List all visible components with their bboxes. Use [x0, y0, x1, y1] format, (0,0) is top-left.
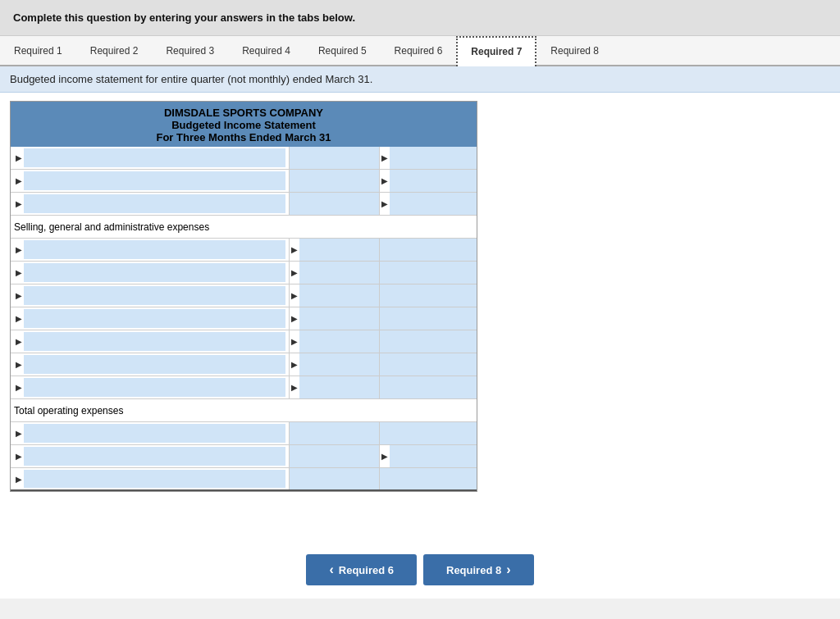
bot2-right-cell: ▶ — [380, 445, 477, 467]
tab-required-8[interactable]: Required 8 — [536, 36, 613, 65]
bot1-mid-input[interactable] — [290, 422, 379, 444]
bot1-right-input[interactable] — [380, 422, 477, 444]
bot1-label-input[interactable] — [24, 424, 285, 443]
row2-label-input[interactable] — [24, 171, 285, 190]
sga6-right-input[interactable] — [380, 353, 477, 375]
arrow-icon-2r: ▶ — [380, 176, 390, 185]
sga5-mid-input[interactable] — [299, 330, 379, 353]
arrow-icon-s2: ▶ — [14, 268, 24, 277]
sga1-mid-input[interactable] — [299, 239, 379, 261]
table-row: ▶ ▶ — [11, 262, 477, 284]
bot2-label-cell: ▶ — [11, 445, 290, 467]
arrow-icon-s5: ▶ — [14, 337, 24, 346]
arrow-icon-1: ▶ — [14, 153, 24, 162]
arrow-icon-s3m: ▶ — [290, 291, 299, 300]
row1-right-input[interactable] — [390, 147, 477, 169]
sga4-right-input[interactable] — [380, 307, 477, 330]
tab-required-2[interactable]: Required 2 — [76, 36, 153, 65]
next-button[interactable]: Required 8 — [423, 554, 534, 585]
sga4-label-cell: ▶ — [11, 307, 290, 330]
table-row: ▶ ▶ — [11, 376, 477, 399]
sga5-label-input[interactable] — [24, 332, 285, 351]
statement-title: Budgeted Income Statement — [14, 119, 473, 131]
sga1-right-cell — [380, 239, 477, 261]
sga4-mid-input[interactable] — [299, 307, 379, 330]
bot2-label-input[interactable] — [24, 447, 285, 466]
table-row: ▶ ▶ — [11, 445, 477, 468]
row1-right-cell: ▶ — [380, 147, 477, 169]
sga1-right-input[interactable] — [380, 239, 477, 261]
statement-header: DIMSDALE SPORTS COMPANY Budgeted Income … — [11, 102, 477, 147]
sga7-label-cell: ▶ — [11, 376, 290, 398]
sga7-label-input[interactable] — [24, 378, 285, 397]
sga6-mid-input[interactable] — [299, 353, 379, 375]
table-row: ▶ ▶ — [11, 170, 477, 193]
row1-mid-input[interactable] — [290, 147, 379, 169]
sga2-mid-cell: ▶ — [290, 262, 380, 284]
bot1-label-cell: ▶ — [11, 422, 290, 444]
arrow-icon-b1: ▶ — [14, 429, 24, 438]
arrow-icon-s5m: ▶ — [290, 337, 299, 346]
sga3-right-input[interactable] — [380, 284, 477, 307]
tab-required-4[interactable]: Required 4 — [228, 36, 304, 65]
sga2-mid-input[interactable] — [299, 262, 379, 284]
table-row: ▶ ▶ — [11, 353, 477, 376]
chevron-right-icon — [506, 562, 510, 577]
bot2-right-input[interactable] — [390, 445, 477, 467]
table-row: ▶ — [11, 422, 477, 445]
bot3-mid-input[interactable] — [290, 468, 379, 489]
sga6-right-cell — [380, 353, 477, 375]
row2-mid-input[interactable] — [290, 170, 379, 192]
sga1-label-input[interactable] — [24, 240, 285, 259]
sga7-right-input[interactable] — [380, 376, 477, 398]
row3-right-cell: ▶ — [380, 193, 477, 215]
bot3-label-cell: ▶ — [11, 468, 290, 489]
sga7-mid-input[interactable] — [299, 376, 379, 398]
sga2-label-input[interactable] — [24, 263, 285, 282]
table-row: ▶ ▶ — [11, 307, 477, 330]
row3-right-input[interactable] — [390, 193, 477, 215]
row3-label-input[interactable] — [24, 194, 285, 213]
bot3-right-input[interactable] — [380, 468, 477, 489]
sga4-label-input[interactable] — [24, 309, 285, 328]
arrow-icon-s4: ▶ — [14, 314, 24, 323]
row1-mid-cell — [290, 147, 380, 169]
arrow-icon-3: ▶ — [14, 199, 24, 208]
tab-required-3[interactable]: Required 3 — [152, 36, 228, 65]
sga4-mid-cell: ▶ — [290, 307, 380, 330]
bottom-nav: Required 6 Required 8 — [0, 541, 840, 599]
prev-button[interactable]: Required 6 — [306, 554, 417, 585]
sga6-label-cell: ▶ — [11, 353, 290, 375]
sga4-right-cell — [380, 307, 477, 330]
total-operating-label-row: Total operating expenses — [11, 399, 477, 422]
tab-required-7[interactable]: Required 7 — [456, 36, 536, 66]
sga7-mid-cell: ▶ — [290, 376, 380, 398]
statement-body: ▶ ▶ ▶ — [11, 147, 477, 491]
tab-required-5[interactable]: Required 5 — [304, 36, 381, 65]
bot2-mid-input[interactable] — [290, 445, 379, 467]
sga6-label-input[interactable] — [24, 355, 285, 374]
sga3-right-cell — [380, 284, 477, 307]
table-row: ▶ ▶ — [11, 284, 477, 307]
row2-right-input[interactable] — [390, 170, 477, 192]
sga5-label-cell: ▶ — [11, 330, 290, 353]
tab-required-1[interactable]: Required 1 — [0, 36, 76, 65]
header-banner: Complete this question by entering your … — [0, 0, 840, 36]
total-operating-label: Total operating expenses — [14, 405, 123, 416]
row3-mid-input[interactable] — [290, 193, 379, 215]
sga3-label-input[interactable] — [24, 286, 285, 305]
instruction-bar: Budgeted income statement for entire qua… — [0, 66, 840, 93]
sga2-right-input[interactable] — [380, 262, 477, 284]
bot1-right-cell — [380, 422, 477, 444]
sga2-right-cell — [380, 262, 477, 284]
header-instruction: Complete this question by entering your … — [13, 11, 355, 24]
arrow-icon-s1: ▶ — [14, 245, 24, 254]
sga5-right-cell — [380, 330, 477, 353]
tab-required-6[interactable]: Required 6 — [381, 36, 457, 65]
sga3-mid-input[interactable] — [299, 284, 379, 307]
sga5-mid-cell: ▶ — [290, 330, 380, 353]
bot3-label-input[interactable] — [24, 470, 285, 488]
arrow-icon-s2m: ▶ — [290, 268, 299, 277]
row1-label-input[interactable] — [24, 148, 285, 167]
sga5-right-input[interactable] — [380, 330, 477, 353]
